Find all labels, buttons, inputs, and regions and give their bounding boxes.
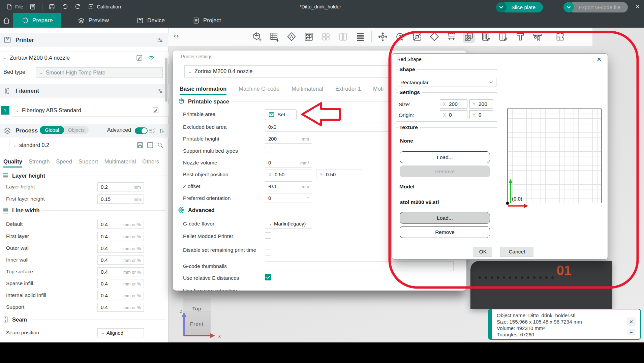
model-remove-button[interactable]: Remove bbox=[400, 226, 490, 238]
rotate-tool-button[interactable] bbox=[394, 31, 406, 43]
measure-tool-button[interactable] bbox=[531, 31, 544, 43]
save-button[interactable] bbox=[49, 3, 55, 10]
lay-on-face-button[interactable] bbox=[428, 31, 440, 43]
shape-select[interactable]: Rectangular bbox=[397, 78, 496, 87]
line-width-inner-wall-input[interactable]: 0.4mm or % bbox=[97, 255, 144, 265]
scope-objects-option[interactable]: Objects bbox=[64, 126, 89, 134]
printer-preset-select[interactable]: ⌄ Zortrax M200 0.4 nozzle bbox=[0, 52, 168, 64]
arrange-plate-button[interactable] bbox=[303, 31, 315, 43]
split-to-parts-button[interactable] bbox=[337, 31, 349, 43]
bed-type-select[interactable]: ⌄ Smooth High Temp Plate bbox=[36, 67, 163, 78]
auto-arrange-button[interactable]: A bbox=[285, 31, 298, 43]
tab-support[interactable]: Support bbox=[79, 158, 98, 168]
file-menu[interactable]: File bbox=[6, 3, 23, 10]
sidebar-scrollbar[interactable] bbox=[165, 58, 167, 102]
gcode-thumbnails-input[interactable] bbox=[265, 261, 454, 271]
tab-extruder-1[interactable]: Extruder 1 bbox=[335, 86, 361, 95]
printer-settings-button[interactable] bbox=[156, 36, 164, 44]
nozzle-volume-input[interactable]: 0mm³ bbox=[265, 158, 312, 168]
relative-e-distances-checkbox[interactable] bbox=[265, 274, 271, 280]
close-button[interactable]: ✕ bbox=[634, 3, 641, 10]
tab-preview[interactable]: Preview bbox=[69, 13, 117, 28]
move-tool-button[interactable] bbox=[377, 31, 389, 43]
tab-multimaterial[interactable]: Multimaterial bbox=[104, 158, 136, 168]
undo-button[interactable] bbox=[61, 3, 68, 10]
calibration-menu[interactable]: Calibration bbox=[88, 3, 121, 10]
text-tool-button[interactable] bbox=[514, 31, 526, 43]
info-close-button[interactable]: ✕ bbox=[627, 317, 636, 326]
line-width-default-input[interactable]: 0.4mm or % bbox=[97, 220, 144, 229]
line-width-internal-solid-input[interactable]: 0.4mm or % bbox=[97, 291, 144, 300]
delete-preset-button[interactable] bbox=[146, 141, 154, 149]
printable-height-input[interactable]: 200mm bbox=[265, 134, 312, 144]
gcode-flavor-select[interactable]: ⌄ Marlin(legacy) bbox=[265, 219, 312, 229]
process-list-button[interactable] bbox=[148, 127, 155, 134]
support-painting-button[interactable] bbox=[480, 31, 492, 43]
collapse-panel-button[interactable]: ‹› bbox=[170, 28, 183, 44]
printer-connection-button[interactable] bbox=[147, 54, 155, 62]
seam-position-select[interactable]: ⌄ Aligned bbox=[97, 328, 144, 337]
search-settings-button[interactable] bbox=[156, 141, 164, 149]
disable-remaining-time-checkbox[interactable] bbox=[265, 249, 271, 255]
first-layer-height-input[interactable]: 0.15mm bbox=[97, 194, 144, 204]
assembly-view-button[interactable] bbox=[554, 31, 566, 43]
scale-tool-button[interactable] bbox=[411, 31, 423, 43]
tab-prepare[interactable]: Prepare bbox=[13, 13, 61, 28]
home-button[interactable] bbox=[0, 13, 13, 28]
tab-quality[interactable]: Quality bbox=[3, 158, 22, 168]
size-y-input[interactable]: Y200 bbox=[469, 99, 493, 109]
add-plate-button[interactable] bbox=[268, 31, 280, 43]
firmware-retraction-checkbox[interactable] bbox=[265, 287, 271, 291]
cancel-button[interactable]: Cancel bbox=[500, 247, 533, 257]
export-gcode-button[interactable]: Export G-code file bbox=[569, 2, 628, 12]
filament-settings-button[interactable] bbox=[156, 87, 164, 95]
best-position-y-input[interactable]: Y0.50 bbox=[316, 170, 363, 179]
line-width-first-layer-input[interactable]: 0.4mm or % bbox=[97, 232, 144, 241]
texture-remove-button[interactable]: Remove bbox=[400, 165, 490, 177]
z-offset-input[interactable]: -0.1mm bbox=[265, 181, 312, 191]
add-object-button[interactable] bbox=[251, 31, 263, 43]
ok-button[interactable]: OK bbox=[473, 247, 492, 257]
advanced-toggle[interactable] bbox=[135, 127, 148, 134]
tab-others[interactable]: Others bbox=[142, 158, 159, 168]
tab-strength[interactable]: Strength bbox=[29, 158, 50, 168]
variable-layer-height-button[interactable] bbox=[354, 31, 366, 43]
pellet-modded-checkbox[interactable] bbox=[265, 232, 271, 239]
process-compare-button[interactable] bbox=[158, 127, 165, 134]
line-width-sparse-infill-input[interactable]: 0.4mm or % bbox=[97, 279, 144, 288]
export-options-button[interactable] bbox=[563, 2, 574, 12]
split-to-objects-button[interactable] bbox=[320, 31, 332, 43]
tab-motion-ability[interactable]: Moti bbox=[373, 86, 384, 95]
tab-basic-information[interactable]: Basic information bbox=[180, 86, 226, 95]
size-x-input[interactable]: X200 bbox=[440, 99, 467, 109]
fill-color-button[interactable] bbox=[463, 31, 475, 43]
filament-preset-select[interactable]: ⌄ Fiberlogy ABS Standard bbox=[12, 104, 168, 117]
line-width-top-surface-input[interactable]: 0.4mm or % bbox=[97, 267, 144, 276]
seam-painting-button[interactable] bbox=[497, 31, 509, 43]
save-preset-button[interactable] bbox=[136, 141, 144, 149]
layer-height-input[interactable]: 0.2mm bbox=[97, 182, 144, 191]
tab-speed[interactable]: Speed bbox=[56, 158, 72, 168]
best-position-x-input[interactable]: X0.50 bbox=[265, 170, 312, 179]
texture-load-button[interactable]: Load... bbox=[400, 151, 490, 163]
slice-plate-button[interactable]: Slice plate bbox=[501, 2, 543, 12]
set-printable-area-button[interactable]: Set ... bbox=[265, 109, 297, 120]
edit-printer-preset-button[interactable] bbox=[136, 54, 143, 61]
line-width-outer-wall-input[interactable]: 0.4mm or % bbox=[97, 244, 144, 253]
dialog-close-icon[interactable]: ✕ bbox=[597, 56, 602, 63]
preferred-orientation-input[interactable]: 0° bbox=[265, 193, 312, 203]
build-plate[interactable]: 01 bbox=[470, 261, 612, 309]
info-minimize-button[interactable]: – bbox=[627, 329, 635, 335]
tab-machine-gcode[interactable]: Machine G-code bbox=[239, 86, 279, 95]
origin-x-input[interactable]: X0 bbox=[440, 110, 467, 119]
tab-device[interactable]: Device bbox=[128, 13, 174, 28]
filament-index-badge[interactable]: 1 bbox=[1, 106, 9, 115]
cut-tool-button[interactable] bbox=[446, 31, 458, 43]
support-multi-bed-checkbox[interactable] bbox=[265, 147, 271, 153]
scope-global-option[interactable]: Global bbox=[40, 126, 64, 134]
tab-project[interactable]: Project bbox=[184, 13, 230, 28]
origin-y-input[interactable]: Y0 bbox=[469, 110, 493, 119]
tab-multimaterial[interactable]: Multimaterial bbox=[292, 86, 323, 95]
process-preset-select[interactable]: ⌄ standard 0.2 bbox=[9, 140, 133, 150]
model-load-button[interactable]: Load... bbox=[400, 212, 490, 224]
